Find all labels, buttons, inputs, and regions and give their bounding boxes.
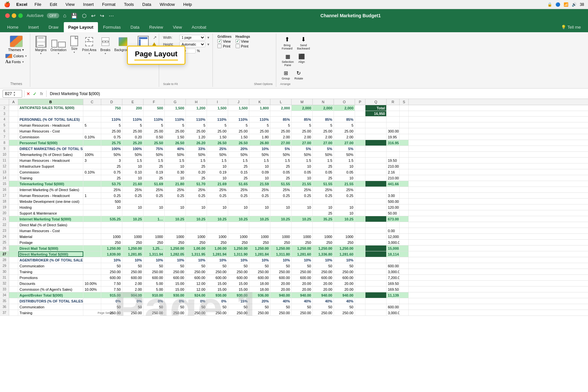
cell-f33[interactable]: 5.00 bbox=[144, 287, 165, 292]
cell-a33[interactable] bbox=[9, 287, 18, 292]
cell-m37[interactable]: 250.00 bbox=[292, 310, 313, 315]
cell-l15[interactable]: 51.55 bbox=[270, 181, 292, 187]
cell-f37[interactable]: 250.00 bbox=[144, 310, 165, 315]
cell-k35[interactable]: 20% bbox=[249, 298, 270, 304]
cell-k6[interactable]: 25.00 bbox=[249, 128, 270, 134]
group-button[interactable]: ⊞ Group bbox=[280, 69, 292, 81]
cell-b10[interactable]: Telemarketing (% of Direct Sales) bbox=[18, 152, 83, 157]
cell-g20[interactable] bbox=[165, 210, 186, 216]
cell-l27[interactable]: 1,311.80 bbox=[270, 251, 292, 257]
cell-g23[interactable] bbox=[165, 228, 186, 233]
cell-p4[interactable] bbox=[355, 117, 365, 122]
cell-r4[interactable] bbox=[387, 117, 400, 122]
cell-r26[interactable]: 15,000.00 bbox=[387, 245, 400, 251]
cell-b36[interactable]: Communication bbox=[18, 304, 83, 310]
cell-r28[interactable] bbox=[387, 257, 400, 263]
cell-c35[interactable] bbox=[83, 298, 101, 304]
cell-a21[interactable] bbox=[9, 216, 18, 222]
cell-r31[interactable]: 7,200.00 bbox=[387, 275, 400, 280]
cell-r19[interactable]: 120.00 bbox=[387, 204, 400, 210]
cell-d10[interactable]: 50% bbox=[101, 152, 122, 157]
cell-r18[interactable]: 500.00 bbox=[387, 199, 400, 204]
cell-d21[interactable]: 535.25 bbox=[101, 216, 122, 222]
cell-q7[interactable] bbox=[365, 134, 387, 140]
cell-k12[interactable]: 10 bbox=[249, 163, 270, 169]
cell-l17[interactable]: 0.25 bbox=[270, 193, 292, 198]
cell-o29[interactable]: 50 bbox=[334, 263, 355, 269]
cell-b24[interactable]: Material bbox=[18, 234, 83, 239]
cell-q36[interactable] bbox=[365, 304, 387, 310]
cell-f14[interactable]: 25 bbox=[144, 175, 165, 181]
cell-s3[interactable] bbox=[400, 111, 409, 116]
cell-b27[interactable]: Direct Marketing Total $(000) bbox=[18, 251, 83, 257]
cell-h7[interactable]: 1.20 bbox=[186, 134, 207, 140]
cell-f32[interactable]: 5.00 bbox=[144, 281, 165, 286]
cell-q27[interactable] bbox=[365, 251, 387, 257]
cell-j11[interactable]: 1.5 bbox=[228, 158, 249, 163]
menubar-insert[interactable]: Insert bbox=[82, 1, 95, 7]
row-num-20[interactable]: 20 bbox=[0, 210, 9, 216]
cell-h15[interactable]: 51.70 bbox=[186, 181, 207, 187]
cell-n10[interactable]: 50% bbox=[313, 152, 334, 157]
cell-e15[interactable]: 21.60 bbox=[122, 181, 144, 187]
cell-f7[interactable]: 0.50 bbox=[144, 134, 165, 140]
cell-r22[interactable] bbox=[387, 222, 400, 228]
page-setup-launcher[interactable]: ↗ bbox=[153, 35, 157, 40]
cell-g9[interactable]: 40% bbox=[165, 146, 186, 151]
cell-i12[interactable]: 10 bbox=[207, 163, 228, 169]
col-header-f[interactable]: F bbox=[144, 99, 165, 105]
cell-p37[interactable] bbox=[355, 310, 365, 315]
tab-draw[interactable]: Draw bbox=[44, 22, 63, 32]
cell-l20[interactable] bbox=[270, 210, 292, 216]
cell-d17[interactable]: 0.25 bbox=[101, 193, 122, 198]
cell-c2[interactable] bbox=[83, 105, 101, 111]
cell-l24[interactable]: 1000 bbox=[270, 234, 292, 239]
cell-h27[interactable]: 1,311.95 bbox=[186, 251, 207, 257]
cell-m13[interactable]: 0.05 bbox=[292, 169, 313, 175]
row-num-5[interactable]: 5 bbox=[0, 122, 9, 128]
cell-l18[interactable] bbox=[270, 199, 292, 204]
col-header-j[interactable]: J bbox=[228, 99, 249, 105]
cell-d32[interactable]: 7.50 bbox=[101, 281, 122, 286]
cell-h26[interactable]: 1,00.00 bbox=[186, 245, 207, 251]
cell-b15[interactable]: Telemarketing Total $(000) bbox=[18, 181, 83, 187]
cell-a24[interactable] bbox=[9, 234, 18, 239]
gridlines-print-checkbox[interactable] bbox=[217, 44, 222, 48]
row-num-28[interactable]: 28 bbox=[0, 257, 9, 263]
col-header-n[interactable]: N bbox=[313, 99, 334, 105]
row-num-35[interactable]: 35 bbox=[0, 298, 9, 304]
cell-p21[interactable] bbox=[355, 216, 365, 222]
cell-a18[interactable] bbox=[9, 199, 18, 204]
cell-n6[interactable]: 25.00 bbox=[313, 128, 334, 134]
row-num-30[interactable]: 30 bbox=[0, 269, 9, 274]
cell-h21[interactable]: 10.25 bbox=[186, 216, 207, 222]
cell-s32[interactable] bbox=[400, 281, 409, 286]
cell-o18[interactable] bbox=[334, 199, 355, 204]
cell-d19[interactable]: 10 bbox=[101, 204, 122, 210]
cell-d29[interactable]: 50 bbox=[101, 263, 122, 269]
cell-f16[interactable]: 25% bbox=[144, 187, 165, 192]
cell-e9[interactable]: 100% bbox=[122, 146, 144, 151]
cell-o13[interactable]: 0.05 bbox=[334, 169, 355, 175]
cell-g30[interactable]: 250.00 bbox=[165, 269, 186, 274]
cell-f20[interactable] bbox=[144, 210, 165, 216]
cell-d26[interactable]: 1,250.00 bbox=[101, 245, 122, 251]
cell-n9[interactable]: 5% bbox=[313, 146, 334, 151]
cell-h16[interactable]: 25% bbox=[186, 187, 207, 192]
cell-q4[interactable] bbox=[365, 117, 387, 122]
cell-o8[interactable]: 27.00 bbox=[334, 140, 355, 146]
cell-i5[interactable]: 5 bbox=[207, 122, 228, 128]
cell-m23[interactable] bbox=[292, 228, 313, 233]
cell-i31[interactable]: 600.00 bbox=[207, 275, 228, 280]
cell-n19[interactable]: 10 bbox=[313, 204, 334, 210]
cell-s16[interactable] bbox=[400, 187, 409, 192]
cell-s8[interactable] bbox=[400, 140, 409, 146]
cell-s31[interactable] bbox=[400, 275, 409, 280]
cell-l14[interactable]: 25 bbox=[270, 175, 292, 181]
cell-d31[interactable]: 600.00 bbox=[101, 275, 122, 280]
cell-a5[interactable] bbox=[9, 122, 18, 128]
cell-b13[interactable]: Commission bbox=[18, 169, 83, 175]
cell-d6[interactable]: 25.00 bbox=[101, 128, 122, 134]
cell-s33[interactable] bbox=[400, 287, 409, 292]
cell-g4[interactable]: 110% bbox=[165, 117, 186, 122]
